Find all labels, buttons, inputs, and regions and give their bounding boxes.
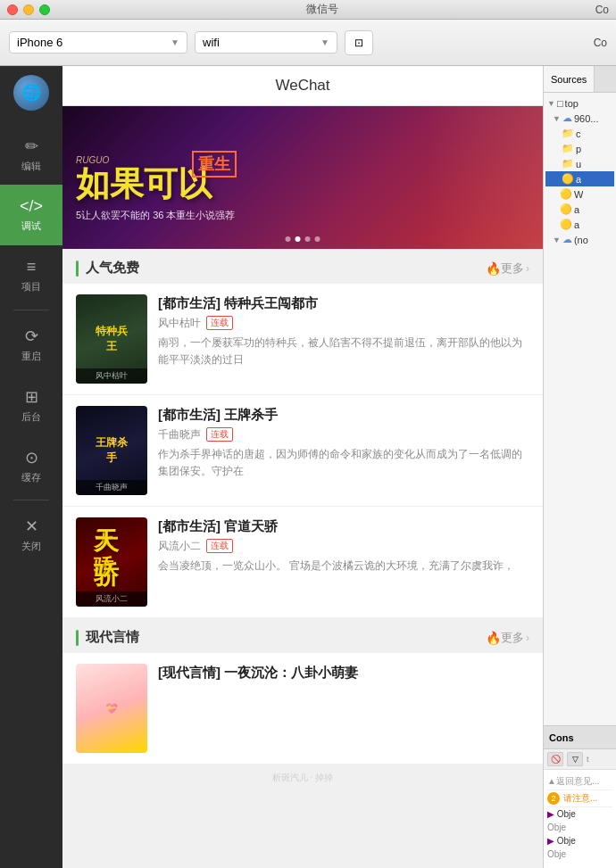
console-obj-3[interactable]: ▶ Obje — [547, 834, 612, 847]
maximize-button[interactable] — [39, 4, 50, 15]
section-more-arrow-popular: › — [526, 262, 529, 275]
tree-item-no[interactable]: ▼ ☁ (no — [545, 232, 614, 247]
tab-sources[interactable]: Sources — [544, 66, 595, 92]
book-info-4: [现代言情] 一夜沉沦：八卦小萌妻 — [158, 664, 529, 753]
tree-label-w: W — [574, 189, 583, 200]
fire-icon-2: 🔥 — [486, 631, 501, 645]
sidebar-item-cache[interactable]: ⊙ 缓存 — [0, 435, 62, 496]
sidebar-item-label-project: 项目 — [21, 280, 41, 293]
screenshot-icon: ⊡ — [354, 37, 363, 49]
section-header-popular: 人气免费 🔥 更多 › — [62, 249, 543, 284]
banner-dot-2 — [296, 236, 301, 242]
tree-label-no: (no — [574, 235, 588, 245]
book-item-1[interactable]: 风中枯叶 [都市生活] 特种兵王闯都市 风中枯叶 连载 南羽，一个屡获军功的特种… — [62, 284, 543, 395]
tree-item-c[interactable]: 📁 c — [545, 126, 614, 141]
book-cover-1: 风中枯叶 — [76, 294, 147, 384]
sidebar-item-label-background: 后台 — [21, 410, 41, 424]
banner-rebirth-text: 重生 — [192, 151, 237, 178]
section-more-romance[interactable]: 更多 › — [501, 630, 529, 646]
sidebar-item-background[interactable]: ⊞ 后台 — [0, 375, 62, 435]
app-title: 微信号 — [50, 2, 595, 17]
book-author-2: 千曲晓声 — [158, 427, 201, 442]
watermark-text: 析斑汽儿 · 掉掉 — [272, 773, 333, 782]
console-filter-text: t — [587, 755, 589, 764]
console-obj-1[interactable]: ▶ Obje — [547, 807, 612, 821]
banner-figure — [427, 106, 543, 249]
banner-dot-1 — [286, 236, 291, 242]
tab-console[interactable]: Cons — [544, 732, 579, 743]
section-bar-popular — [76, 260, 79, 277]
warning-text: 请注意... — [563, 792, 597, 805]
book-cover-author-3: 风流小二 — [76, 591, 147, 607]
sidebar-item-label-restart: 重启 — [21, 350, 41, 363]
tree-item-w[interactable]: 🟡 W — [545, 186, 614, 202]
book-author-line-2: 千曲晓声 连载 — [158, 427, 529, 442]
book-info-1: [都市生活] 特种兵王闯都市 风中枯叶 连载 南羽，一个屡获军功的特种兵，被人陷… — [158, 294, 529, 384]
tree-item-a[interactable]: 🟡 a — [545, 171, 614, 186]
book-desc-2: 作为杀手界神话的唐超，因为师傅的命令和家族的变化从而成为了一名低调的集团保安。守… — [158, 446, 529, 480]
minimize-button[interactable] — [23, 4, 34, 15]
fire-icon: 🔥 — [486, 261, 501, 276]
sidebar-item-close[interactable]: ✕ 关闭 — [0, 504, 62, 565]
title-bar: 微信号 Co — [0, 0, 616, 20]
network-selector[interactable]: wifi ▼ — [195, 31, 337, 54]
obj-text-1: Obje — [557, 809, 576, 819]
tree-arrow-960: ▼ — [553, 114, 561, 123]
tree-label-a3: a — [574, 219, 579, 230]
console-item-warning: 2 请注意... — [547, 790, 612, 807]
obj-label-3: ▶ — [547, 836, 557, 846]
sidebar-item-label-edit: 编辑 — [21, 160, 41, 173]
traffic-lights — [7, 4, 50, 15]
debug-icon: </> — [20, 197, 43, 216]
tree-item-a3[interactable]: 🟡 a — [545, 217, 614, 232]
obj-text-4: Obje — [547, 849, 566, 859]
tree-label-960: 960... — [574, 113, 599, 124]
avatar-icon: 🌐 — [21, 83, 41, 103]
banner-sub-text: 5让人欲罢不能的 36 本重生小说强荐 — [76, 209, 235, 222]
book-author-3: 风流小二 — [158, 539, 201, 554]
sidebar-item-debug[interactable]: </> 调试 — [0, 185, 62, 245]
close-button[interactable] — [7, 4, 18, 15]
devtools-panel: Sources ▼ □ top ▼ ☁ 960... 📁 c — [543, 66, 616, 868]
book-cover-title-art: 天骄 — [94, 525, 129, 592]
console-clear-button[interactable]: 🚫 — [547, 752, 563, 766]
console-content: ▲返回意见... 2 请注意... ▶ Obje Obje ▶ Obje — [544, 770, 616, 864]
book-title-2: [都市生活] 王牌杀手 — [158, 406, 529, 424]
folder-c-icon: 📁 — [562, 128, 574, 139]
section-more-label-popular: 更多 — [501, 260, 524, 277]
tree-label-p: p — [576, 144, 581, 154]
book-info-2: [都市生活] 王牌杀手 千曲晓声 连载 作为杀手界神话的唐超，因为师傅的命令和家… — [158, 406, 529, 495]
device-selector[interactable]: iPhone 6 ▼ — [9, 31, 187, 54]
warning-badge: 2 — [547, 792, 560, 805]
device-label: iPhone 6 — [17, 36, 62, 49]
devtools-tree: ▼ □ top ▼ ☁ 960... 📁 c 📁 p — [544, 93, 616, 725]
sidebar-item-project[interactable]: ≡ 项目 — [0, 245, 62, 306]
book-item-3[interactable]: 天骄 风流小二 [都市生活] 官道天骄 风流小二 连载 会当凌绝顶，一览众山小。… — [62, 507, 543, 618]
edit-icon: ✏ — [25, 136, 38, 156]
section-more-popular[interactable]: 更多 › — [501, 260, 529, 277]
book-item-2[interactable]: 千曲晓声 [都市生活] 王牌杀手 千曲晓声 连载 作为杀手界神话的唐超，因为师傅… — [62, 395, 543, 507]
tree-item-960[interactable]: ▼ ☁ 960... — [545, 111, 614, 126]
book-title-1: [都市生活] 特种兵王闯都市 — [158, 294, 529, 312]
obj-text-3: Obje — [557, 836, 576, 846]
book-author-1: 风中枯叶 — [158, 316, 201, 331]
book-item-4[interactable]: 💝 [现代言情] 一夜沉沦：八卦小萌妻 — [62, 653, 543, 765]
sidebar-item-edit[interactable]: ✏ 编辑 — [0, 124, 62, 185]
file-a2-icon: 🟡 — [560, 203, 572, 215]
tree-item-p[interactable]: 📁 p — [545, 141, 614, 156]
screenshot-button[interactable]: ⊡ — [345, 30, 373, 55]
cloud-no-icon: ☁ — [562, 234, 572, 245]
wechat-title: WeChat — [275, 77, 329, 94]
tree-label-top: top — [565, 98, 579, 109]
sidebar-item-restart[interactable]: ⟳ 重启 — [0, 314, 62, 375]
obj-text-2: Obje — [547, 823, 566, 832]
tree-item-u[interactable]: 📁 u — [545, 156, 614, 171]
title-bar-right-text: Co — [595, 4, 609, 16]
section-title-romance: 现代言情 — [86, 629, 482, 646]
tree-item-a2[interactable]: 🟡 a — [545, 202, 614, 217]
banner[interactable]: RUGUO 如果可以 重生 5让人欲罢不能的 36 本重生小说强荐 — [62, 106, 543, 249]
tree-item-top[interactable]: ▼ □ top — [545, 96, 614, 111]
console-filter-button[interactable]: ▽ — [567, 752, 583, 766]
phone-content[interactable]: WeChat RUGUO 如果可以 重生 5让人欲罢不能的 36 本重生小说强荐 — [62, 66, 543, 868]
book-desc-3: 会当凌绝顶，一览众山小。 官场是个波橘云诡的大环境，充满了尔虞我诈， — [158, 558, 529, 575]
